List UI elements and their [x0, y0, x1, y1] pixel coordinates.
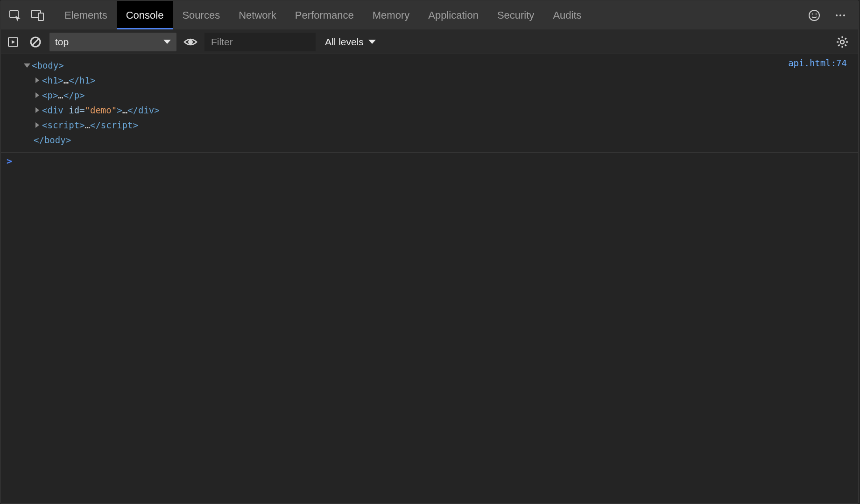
tag-body-close: </body> [34, 133, 71, 147]
svg-point-4 [812, 13, 813, 14]
svg-rect-2 [38, 13, 43, 21]
live-expression-icon[interactable] [182, 34, 199, 50]
attr-name: id= [63, 103, 85, 118]
tag-h1-close: </h1> [69, 73, 95, 88]
tab-audits[interactable]: Audits [543, 1, 591, 29]
tab-label: Performance [295, 9, 354, 21]
svg-line-12 [32, 39, 39, 45]
settings-icon[interactable] [834, 34, 851, 50]
more-menu-icon[interactable] [832, 7, 849, 24]
svg-point-8 [843, 14, 845, 16]
tab-application[interactable]: Application [419, 1, 488, 29]
console-body: api.html:74 <body> <h1>…</h1> <p>…</p> <… [1, 54, 858, 503]
tree-node-div[interactable]: <div id="demo">…</div> [23, 103, 852, 118]
disclosure-triangle-closed-icon[interactable] [34, 122, 41, 128]
attr-value: "demo" [85, 103, 117, 118]
svg-rect-0 [10, 11, 18, 17]
tab-bar: Elements Console Sources Network Perform… [1, 1, 858, 30]
tag-body-open: <body> [32, 58, 64, 73]
source-link[interactable]: api.html:74 [788, 58, 847, 68]
tree-node-script[interactable]: <script>…</script> [23, 118, 852, 133]
smiley-icon[interactable] [806, 7, 823, 24]
clear-console-icon[interactable] [27, 34, 44, 50]
tab-console[interactable]: Console [117, 1, 173, 29]
console-log-entry: api.html:74 <body> <h1>…</h1> <p>…</p> <… [1, 54, 858, 153]
console-filter-bar: top All levels [1, 30, 858, 54]
disclosure-triangle-closed-icon[interactable] [34, 92, 41, 98]
tab-memory[interactable]: Memory [363, 1, 419, 29]
devtools-window: Elements Console Sources Network Perform… [0, 0, 859, 504]
svg-point-13 [188, 40, 193, 44]
tab-label: Application [428, 9, 479, 21]
tab-label: Console [126, 9, 164, 21]
device-toolbar-icon[interactable] [29, 7, 46, 24]
tag-h1-open: <h1> [42, 73, 63, 88]
svg-line-21 [845, 38, 846, 39]
tag-div-close: </div> [127, 103, 160, 118]
tabs: Elements Console Sources Network Perform… [55, 1, 591, 29]
tab-network[interactable]: Network [229, 1, 286, 29]
levels-select[interactable]: All levels [321, 36, 376, 48]
disclosure-triangle-closed-icon[interactable] [34, 107, 41, 113]
disclosure-triangle-closed-icon[interactable] [34, 77, 41, 83]
svg-point-3 [809, 10, 819, 21]
tab-security[interactable]: Security [488, 1, 543, 29]
chevron-down-icon [163, 40, 171, 44]
svg-point-7 [839, 14, 841, 16]
tab-label: Security [497, 9, 534, 21]
svg-point-14 [840, 40, 844, 44]
tag-script-close: </script> [90, 118, 138, 133]
svg-point-5 [816, 13, 817, 14]
filter-bar-right [834, 34, 854, 50]
toggle-sidebar-icon[interactable] [5, 34, 21, 50]
tab-label: Audits [553, 9, 581, 21]
ellipsis: … [63, 73, 69, 88]
tag-p-close: </p> [63, 88, 85, 103]
tab-performance[interactable]: Performance [286, 1, 363, 29]
chevron-down-icon [368, 40, 376, 44]
tree-node-body[interactable]: <body> [23, 58, 852, 73]
inspect-element-icon[interactable] [7, 7, 23, 24]
tab-label: Elements [64, 9, 107, 21]
tag-p-open: <p> [42, 88, 58, 103]
svg-line-20 [845, 44, 846, 46]
tab-bar-right [806, 7, 854, 24]
context-select[interactable]: top [49, 33, 176, 51]
context-select-value: top [55, 36, 69, 48]
svg-point-6 [836, 14, 838, 16]
disclosure-triangle-open-icon[interactable] [23, 63, 31, 68]
levels-select-value: All levels [325, 36, 364, 48]
tab-sources[interactable]: Sources [173, 1, 229, 29]
ellipsis: … [122, 103, 127, 118]
svg-marker-10 [12, 40, 15, 44]
ellipsis: … [58, 88, 63, 103]
tab-label: Sources [182, 9, 220, 21]
ellipsis: … [85, 118, 90, 133]
tree-node-h1[interactable]: <h1>…</h1> [23, 73, 852, 88]
tree-node-p[interactable]: <p>…</p> [23, 88, 852, 103]
prompt-caret-icon: > [7, 155, 12, 167]
svg-line-22 [839, 44, 840, 46]
tab-label: Memory [373, 9, 409, 21]
tag-close-bracket: > [117, 103, 122, 118]
console-prompt[interactable]: > [1, 153, 858, 169]
tag-div-open: <div [42, 103, 63, 118]
filter-input[interactable] [204, 33, 316, 51]
svg-line-19 [839, 38, 840, 39]
tab-label: Network [239, 9, 276, 21]
tab-bar-left [5, 7, 46, 24]
tag-script-open: <script> [42, 118, 85, 133]
tab-elements[interactable]: Elements [55, 1, 117, 29]
tree-node-body-close[interactable]: </body> [23, 133, 852, 147]
